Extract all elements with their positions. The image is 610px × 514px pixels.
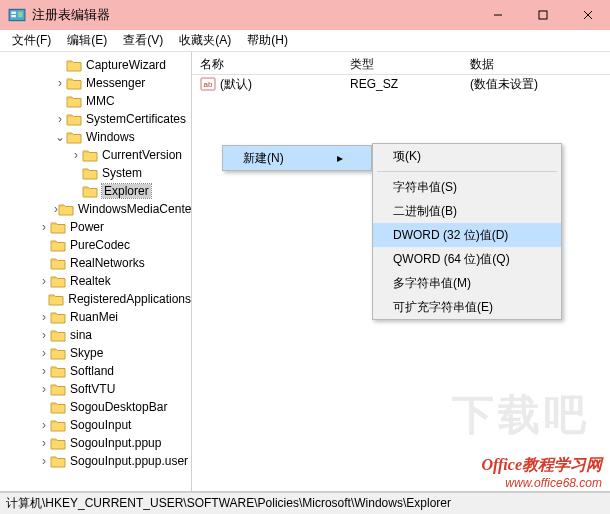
status-bar: 计算机\HKEY_CURRENT_USER\SOFTWARE\Policies\… [0,492,610,514]
tree-item-label: SogouInput.ppup [70,436,161,450]
tree-item-label: CaptureWizard [86,58,166,72]
context-item-expandstring[interactable]: 可扩充字符串值(E) [373,295,561,319]
tree-item-label: Explorer [102,184,151,198]
expand-icon[interactable]: › [38,437,50,449]
context-item-string[interactable]: 字符串值(S) [373,175,561,199]
svg-rect-5 [539,11,547,19]
column-header: 名称 类型 数据 [192,53,610,75]
tree-item-label: Power [70,220,104,234]
context-item-new[interactable]: 新建(N) ▸ [223,146,371,170]
tree-item-label: MMC [86,94,115,108]
tree-pane[interactable]: CaptureWizard›MessengerMMC›SystemCertifi… [0,52,192,491]
expand-icon[interactable]: › [38,311,50,323]
tree-item[interactable]: ›SystemCertificates [0,110,191,128]
tree-item[interactable]: CaptureWizard [0,56,191,74]
value-row[interactable]: ab (默认) REG_SZ (数值未设置) [192,75,610,93]
tree-item-label: SogouDesktopBar [70,400,167,414]
collapse-icon[interactable]: ⌄ [54,131,66,143]
context-item-label: 项(K) [393,148,421,165]
tree-item[interactable]: ›SoftVTU [0,380,191,398]
value-name-cell: ab (默认) [192,76,342,93]
tree-item[interactable]: ›CurrentVersion [0,146,191,164]
tree-item[interactable]: ›SogouInput.ppup.user [0,452,191,470]
value-list-pane[interactable]: 下载吧 名称 类型 数据 ab (默认) REG_SZ (数值未设置) 新建(N… [192,52,610,491]
tree-item[interactable]: ›Messenger [0,74,191,92]
expand-icon[interactable]: › [38,383,50,395]
tree-item-label: Realtek [70,274,111,288]
folder-icon [66,130,82,144]
column-data[interactable]: 数据 [462,53,610,74]
value-type: REG_SZ [342,77,462,91]
tree-item[interactable]: ›Softland [0,362,191,380]
tree-item-label: SystemCertificates [86,112,186,126]
tree-item-label: RegisteredApplications [68,292,191,306]
tree-item-label: Softland [70,364,114,378]
tree-item[interactable]: RealNetworks [0,254,191,272]
tree-item[interactable]: Explorer [0,182,191,200]
expand-icon[interactable]: › [38,329,50,341]
context-item-label: 可扩充字符串值(E) [393,299,493,316]
tree-item[interactable]: ⌄Windows [0,128,191,146]
expand-icon[interactable]: › [38,347,50,359]
registry-tree[interactable]: CaptureWizard›MessengerMMC›SystemCertifi… [0,52,191,474]
tree-item-label: Windows [86,130,135,144]
expand-icon[interactable]: › [54,77,66,89]
menu-file[interactable]: 文件(F) [4,30,59,51]
folder-icon [66,76,82,90]
tree-item-label: SogouInput [70,418,131,432]
menu-separator [377,171,557,172]
folder-icon [82,166,98,180]
context-item-label: DWORD (32 位)值(D) [393,227,508,244]
menu-help[interactable]: 帮助(H) [239,30,296,51]
tree-item[interactable]: RegisteredApplications [0,290,191,308]
folder-icon [66,94,82,108]
column-type[interactable]: 类型 [342,53,462,74]
tree-item-label: RealNetworks [70,256,145,270]
context-item-label: 字符串值(S) [393,179,457,196]
context-item-binary[interactable]: 二进制值(B) [373,199,561,223]
expand-icon[interactable]: › [38,221,50,233]
context-item-dword[interactable]: DWORD (32 位)值(D) [373,223,561,247]
expand-icon[interactable]: › [70,149,82,161]
expand-icon[interactable]: › [38,419,50,431]
tree-item[interactable]: MMC [0,92,191,110]
folder-icon [50,274,66,288]
window-title: 注册表编辑器 [32,6,475,24]
background-watermark: 下载吧 [452,387,590,443]
tree-item[interactable]: PureCodec [0,236,191,254]
expand-icon[interactable]: › [38,365,50,377]
tree-item[interactable]: ›WindowsMediaCenter [0,200,191,218]
expand-icon[interactable]: › [54,113,66,125]
close-button[interactable] [565,0,610,30]
value-name: (默认) [220,76,252,93]
expand-icon[interactable]: › [38,455,50,467]
string-value-icon: ab [200,76,216,92]
folder-icon [48,292,64,306]
context-item-qword[interactable]: QWORD (64 位)值(Q) [373,247,561,271]
tree-item[interactable]: ›SogouInput.ppup [0,434,191,452]
tree-item[interactable]: SogouDesktopBar [0,398,191,416]
minimize-button[interactable] [475,0,520,30]
maximize-button[interactable] [520,0,565,30]
folder-icon [58,202,74,216]
menu-view[interactable]: 查看(V) [115,30,171,51]
tree-item[interactable]: ›sina [0,326,191,344]
svg-rect-1 [11,12,16,14]
context-item-multistring[interactable]: 多字符串值(M) [373,271,561,295]
tree-item[interactable]: ›Skype [0,344,191,362]
tree-item-label: RuanMei [70,310,118,324]
tree-item[interactable]: ›Realtek [0,272,191,290]
folder-icon [50,400,66,414]
expand-icon[interactable]: › [38,275,50,287]
context-item-key[interactable]: 项(K) [373,144,561,168]
folder-icon [50,346,66,360]
folder-icon [82,184,98,198]
column-name[interactable]: 名称 [192,53,342,74]
tree-item[interactable]: ›Power [0,218,191,236]
tree-item[interactable]: ›SogouInput [0,416,191,434]
menu-favorites[interactable]: 收藏夹(A) [171,30,239,51]
tree-item[interactable]: ›RuanMei [0,308,191,326]
tree-item[interactable]: System [0,164,191,182]
folder-icon [66,112,82,126]
menu-edit[interactable]: 编辑(E) [59,30,115,51]
